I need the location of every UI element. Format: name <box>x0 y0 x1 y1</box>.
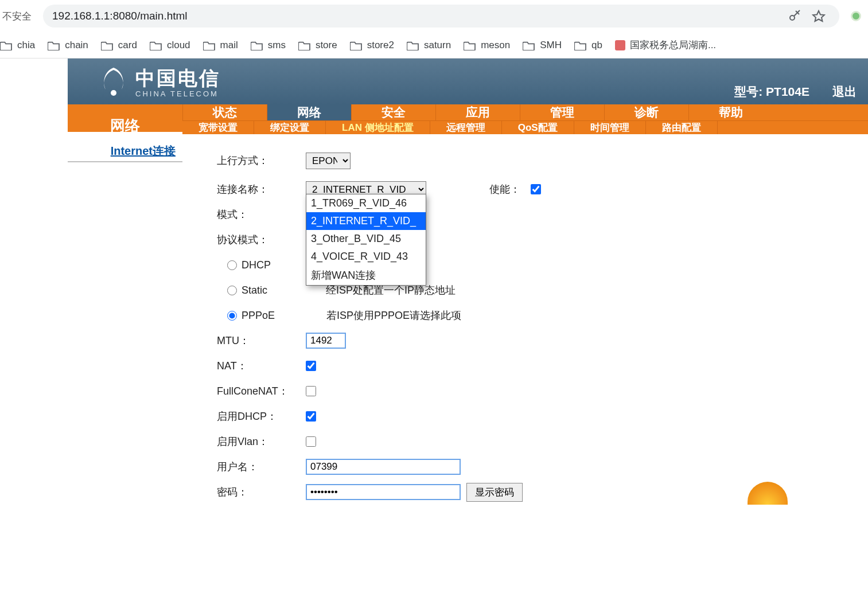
bookmark-label: chia <box>17 40 35 51</box>
address-bar[interactable]: 192.168.1.1:8080/main.html <box>43 5 839 28</box>
folder-icon <box>298 40 311 50</box>
nav-label: 安全 <box>382 104 406 120</box>
bookmark-tax[interactable]: 国家税务总局湖南... <box>615 38 716 52</box>
dropdown-option[interactable]: 1_TR069_R_VID_46 <box>306 194 426 212</box>
brand-name-cn: 中国电信 <box>135 65 220 92</box>
radio-static[interactable] <box>227 286 237 295</box>
dropdown-option[interactable]: 3_Other_B_VID_45 <box>306 230 426 248</box>
bookmark-smh[interactable]: SMH <box>523 40 562 51</box>
bookmarks-bar: chia chain card cloud mail sms store st <box>0 32 868 58</box>
bookmark-label: sms <box>268 40 286 51</box>
bookmark-card[interactable]: card <box>101 40 137 51</box>
folder-icon <box>48 40 60 50</box>
mode-label: 模式： <box>217 208 306 221</box>
uplink-label: 上行方式： <box>217 154 306 167</box>
nav-label: 帮助 <box>719 104 743 120</box>
radio-dhcp[interactable] <box>227 260 237 270</box>
bookmark-meson[interactable]: meson <box>464 40 510 51</box>
enable-dhcp-label: 启用DHCP： <box>217 409 306 423</box>
side-link-internet[interactable]: Internet连接 <box>68 139 182 162</box>
enable-label: 使能： <box>489 182 520 196</box>
dropdown-option[interactable]: 4_VOICE_R_VID_43 <box>306 248 426 266</box>
fullcone-label: FullConeNAT： <box>217 384 306 398</box>
nat-checkbox[interactable] <box>306 361 316 371</box>
username-label: 用户名： <box>217 460 306 474</box>
nav-tab-status[interactable]: 状态 <box>182 104 267 120</box>
bookmark-chain[interactable]: chain <box>48 40 88 51</box>
nav-tab-help[interactable]: 帮助 <box>688 104 773 120</box>
fullcone-checkbox[interactable] <box>306 386 316 396</box>
folder-icon <box>101 40 114 50</box>
model-label: 型号: PT104E <box>734 84 809 100</box>
enable-vlan-label: 启用Vlan： <box>217 435 306 448</box>
uplink-select[interactable]: EPON <box>306 153 351 169</box>
bookmark-mail[interactable]: mail <box>203 40 238 51</box>
side-column: Internet连接 <box>68 132 182 505</box>
row-enable-vlan: 启用Vlan： <box>217 429 868 454</box>
bookmark-qb[interactable]: qb <box>574 40 602 51</box>
password-label: 密码： <box>217 485 306 499</box>
nav-tab-management[interactable]: 管理 <box>520 104 604 120</box>
nav-tab-network[interactable]: 网络 <box>267 104 351 120</box>
nav-tab-application[interactable]: 应用 <box>435 104 520 120</box>
bookmark-label: cloud <box>167 40 190 51</box>
router-page: 中国电信 CHINA TELECOM 型号: PT104E 退出 网络 状态 网… <box>0 58 868 505</box>
mtu-label: MTU： <box>217 334 306 348</box>
bookmark-label: 国家税务总局湖南... <box>630 38 716 52</box>
bookmark-label: saturn <box>424 40 451 51</box>
mtu-input[interactable] <box>306 333 346 349</box>
nav-label: 网络 <box>297 104 321 120</box>
enable-dhcp-checkbox[interactable] <box>306 411 316 422</box>
nav-tabs: 状态 网络 安全 应用 管理 诊断 帮助 宽带设置 绑定设置 LAN 侧地址配置… <box>182 104 868 132</box>
protocol-label: 协议模式： <box>217 233 306 247</box>
enable-checkbox[interactable] <box>531 184 541 194</box>
dropdown-option-selected[interactable]: 2_INTERNET_R_VID_ <box>306 212 426 230</box>
username-input[interactable] <box>306 459 461 475</box>
svg-point-2 <box>111 90 116 96</box>
row-connection: 连接名称： 2_INTERNET_R_VID_ 使能： 1_TR069_R_VI… <box>217 177 868 202</box>
radio-pppoe[interactable] <box>227 311 237 321</box>
folder-icon <box>407 40 419 50</box>
bookmark-label: store2 <box>367 40 394 51</box>
row-mtu: MTU： <box>217 328 868 353</box>
folder-icon <box>350 40 363 50</box>
bookmark-sms[interactable]: sms <box>251 40 286 51</box>
bookmark-label: meson <box>481 40 510 51</box>
nat-label: NAT： <box>217 359 306 373</box>
logout-link[interactable]: 退出 <box>832 84 857 100</box>
row-nat: NAT： <box>217 353 868 379</box>
nav-label: 应用 <box>466 104 490 120</box>
brand-name-en: CHINA TELECOM <box>135 89 220 98</box>
dropdown-option-new-wan[interactable]: 新增WAN连接 <box>306 266 426 285</box>
bookmark-store[interactable]: store <box>298 40 337 51</box>
password-input[interactable] <box>306 484 461 500</box>
nav-label: 诊断 <box>635 104 659 120</box>
folder-icon <box>464 40 476 50</box>
bookmark-cloud[interactable]: cloud <box>150 40 190 51</box>
connection-dropdown-list[interactable]: 1_TR069_R_VID_46 2_INTERNET_R_VID_ 3_Oth… <box>306 194 426 286</box>
radio-static-label: Static <box>242 284 267 296</box>
profile-avatar[interactable] <box>851 11 861 21</box>
radio-pppoe-label: PPPoE <box>242 310 275 322</box>
show-password-button[interactable]: 显示密码 <box>466 483 523 502</box>
bookmark-label: chain <box>65 40 88 51</box>
form-area: 上行方式： EPON 连接名称： 2_INTERNET_R_VID_ 使能： <box>182 132 868 505</box>
key-icon[interactable] <box>787 8 803 24</box>
browser-chrome: 不安全 192.168.1.1:8080/main.html chia chai… <box>0 0 868 58</box>
site-favicon <box>615 40 625 50</box>
bookmark-label: mail <box>220 40 238 51</box>
folder-icon <box>574 40 587 50</box>
telecom-logo-icon <box>96 64 131 99</box>
row-enable-dhcp: 启用DHCP： <box>217 404 868 429</box>
header-right: 型号: PT104E 退出 <box>734 84 857 100</box>
row-fullcone: FullConeNAT： <box>217 379 868 404</box>
pppoe-desc: 若ISP使用PPPOE请选择此项 <box>326 309 461 322</box>
router-body: Internet连接 上行方式： EPON 连接名称： 2_INTERNET_R… <box>68 132 868 505</box>
nav-tab-diagnosis[interactable]: 诊断 <box>604 104 688 120</box>
bookmark-chia[interactable]: chia <box>0 40 35 51</box>
bookmark-star-icon[interactable] <box>811 8 827 24</box>
bookmark-store2[interactable]: store2 <box>350 40 394 51</box>
nav-tab-security[interactable]: 安全 <box>351 104 435 120</box>
bookmark-saturn[interactable]: saturn <box>407 40 451 51</box>
enable-vlan-checkbox[interactable] <box>306 436 316 447</box>
